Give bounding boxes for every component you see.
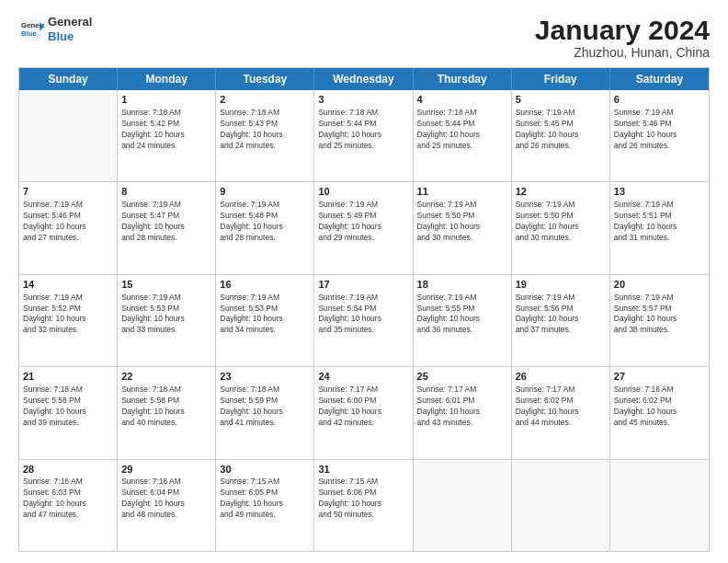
cell-info: Sunrise: 7:19 AMSunset: 5:52 PMDaylight:… [23, 293, 113, 337]
cell-info: Sunrise: 7:18 AMSunset: 5:58 PMDaylight:… [23, 385, 113, 429]
cell-info: Sunrise: 7:15 AMSunset: 6:05 PMDaylight:… [220, 477, 310, 521]
day-number: 28 [23, 463, 113, 477]
day-number: 13 [614, 185, 705, 199]
day-cell-empty-4-5 [512, 460, 610, 551]
cell-info: Sunrise: 7:15 AMSunset: 6:06 PMDaylight:… [318, 477, 408, 521]
day-number: 15 [121, 278, 211, 292]
day-cell-4: 4Sunrise: 7:18 AMSunset: 5:44 PMDaylight… [414, 90, 512, 181]
day-number: 29 [121, 463, 211, 477]
day-cell-22: 22Sunrise: 7:18 AMSunset: 5:58 PMDayligh… [118, 367, 216, 458]
cell-info: Sunrise: 7:19 AMSunset: 5:45 PMDaylight:… [516, 108, 606, 152]
day-number: 25 [417, 370, 507, 384]
day-number: 19 [516, 278, 606, 292]
header-day-sunday: Sunday [19, 68, 118, 90]
day-cell-16: 16Sunrise: 7:19 AMSunset: 5:53 PMDayligh… [216, 275, 314, 366]
header: General Blue General Blue January 2024 Z… [18, 15, 710, 60]
day-number: 14 [23, 278, 113, 292]
day-cell-30: 30Sunrise: 7:15 AMSunset: 6:05 PMDayligh… [216, 460, 314, 551]
calendar-row-4: 21Sunrise: 7:18 AMSunset: 5:58 PMDayligh… [19, 367, 709, 459]
day-cell-8: 8Sunrise: 7:19 AMSunset: 5:47 PMDaylight… [118, 182, 216, 273]
logo: General Blue General Blue [18, 15, 92, 43]
day-number: 8 [121, 185, 211, 199]
day-number: 26 [516, 370, 606, 384]
day-number: 31 [318, 463, 408, 477]
day-number: 10 [318, 185, 408, 199]
day-number: 3 [318, 93, 408, 107]
header-day-friday: Friday [512, 68, 610, 90]
day-cell-10: 10Sunrise: 7:19 AMSunset: 5:49 PMDayligh… [314, 182, 413, 273]
day-number: 18 [417, 278, 507, 292]
header-day-thursday: Thursday [414, 68, 512, 90]
day-cell-24: 24Sunrise: 7:17 AMSunset: 6:00 PMDayligh… [314, 367, 413, 458]
logo-text-general: General [48, 15, 92, 29]
day-cell-31: 31Sunrise: 7:15 AMSunset: 6:06 PMDayligh… [314, 460, 413, 551]
header-day-wednesday: Wednesday [314, 68, 413, 90]
logo-icon: General Blue [18, 17, 44, 42]
day-cell-18: 18Sunrise: 7:19 AMSunset: 5:55 PMDayligh… [414, 275, 512, 366]
day-number: 4 [417, 93, 507, 107]
day-number: 24 [318, 370, 408, 384]
day-cell-26: 26Sunrise: 7:17 AMSunset: 6:02 PMDayligh… [512, 367, 610, 458]
cell-info: Sunrise: 7:19 AMSunset: 5:55 PMDaylight:… [417, 293, 507, 337]
day-number: 1 [121, 93, 211, 107]
day-number: 22 [121, 370, 211, 384]
cell-info: Sunrise: 7:19 AMSunset: 5:56 PMDaylight:… [516, 293, 606, 337]
day-cell-15: 15Sunrise: 7:19 AMSunset: 5:53 PMDayligh… [118, 275, 216, 366]
day-cell-6: 6Sunrise: 7:19 AMSunset: 5:46 PMDaylight… [610, 90, 709, 181]
cell-info: Sunrise: 7:18 AMSunset: 5:43 PMDaylight:… [220, 108, 310, 152]
calendar-row-1: 1Sunrise: 7:18 AMSunset: 5:42 PMDaylight… [19, 90, 709, 182]
day-number: 2 [220, 93, 310, 107]
cell-info: Sunrise: 7:18 AMSunset: 5:59 PMDaylight:… [220, 385, 310, 429]
cell-info: Sunrise: 7:18 AMSunset: 5:42 PMDaylight:… [121, 108, 211, 152]
day-number: 17 [318, 278, 408, 292]
cell-info: Sunrise: 7:19 AMSunset: 5:49 PMDaylight:… [318, 200, 408, 244]
cell-info: Sunrise: 7:18 AMSunset: 5:44 PMDaylight:… [318, 108, 408, 152]
cell-info: Sunrise: 7:16 AMSunset: 6:04 PMDaylight:… [121, 477, 211, 521]
header-day-monday: Monday [118, 68, 216, 90]
day-cell-23: 23Sunrise: 7:18 AMSunset: 5:59 PMDayligh… [216, 367, 314, 458]
cell-info: Sunrise: 7:17 AMSunset: 6:00 PMDaylight:… [318, 385, 408, 429]
day-number: 7 [23, 185, 113, 199]
cell-info: Sunrise: 7:19 AMSunset: 5:53 PMDaylight:… [121, 293, 211, 337]
header-day-tuesday: Tuesday [216, 68, 314, 90]
cell-info: Sunrise: 7:18 AMSunset: 5:58 PMDaylight:… [121, 385, 211, 429]
day-cell-11: 11Sunrise: 7:19 AMSunset: 5:50 PMDayligh… [414, 182, 512, 273]
day-cell-empty-4-6 [610, 460, 709, 551]
day-cell-29: 29Sunrise: 7:16 AMSunset: 6:04 PMDayligh… [118, 460, 216, 551]
day-number: 23 [220, 370, 310, 384]
calendar: SundayMondayTuesdayWednesdayThursdayFrid… [18, 67, 710, 552]
day-number: 30 [220, 463, 310, 477]
day-cell-14: 14Sunrise: 7:19 AMSunset: 5:52 PMDayligh… [19, 275, 118, 366]
day-number: 9 [220, 185, 310, 199]
day-cell-3: 3Sunrise: 7:18 AMSunset: 5:44 PMDaylight… [314, 90, 413, 181]
day-cell-2: 2Sunrise: 7:18 AMSunset: 5:43 PMDaylight… [216, 90, 314, 181]
cell-info: Sunrise: 7:16 AMSunset: 6:02 PMDaylight:… [614, 385, 705, 429]
svg-text:Blue: Blue [21, 29, 38, 38]
day-cell-12: 12Sunrise: 7:19 AMSunset: 5:50 PMDayligh… [512, 182, 610, 273]
cell-info: Sunrise: 7:18 AMSunset: 5:44 PMDaylight:… [417, 108, 507, 152]
day-cell-5: 5Sunrise: 7:19 AMSunset: 5:45 PMDaylight… [512, 90, 610, 181]
calendar-row-3: 14Sunrise: 7:19 AMSunset: 5:52 PMDayligh… [19, 275, 709, 367]
day-number: 5 [516, 93, 606, 107]
page: General Blue General Blue January 2024 Z… [0, 0, 728, 563]
title-block: January 2024 Zhuzhou, Hunan, China [535, 15, 710, 60]
day-number: 20 [614, 278, 705, 292]
cell-info: Sunrise: 7:19 AMSunset: 5:47 PMDaylight:… [121, 200, 211, 244]
calendar-header: SundayMondayTuesdayWednesdayThursdayFrid… [19, 68, 709, 90]
cell-info: Sunrise: 7:19 AMSunset: 5:46 PMDaylight:… [614, 108, 705, 152]
day-cell-13: 13Sunrise: 7:19 AMSunset: 5:51 PMDayligh… [610, 182, 709, 273]
header-day-saturday: Saturday [610, 68, 709, 90]
cell-info: Sunrise: 7:16 AMSunset: 6:03 PMDaylight:… [23, 477, 113, 521]
sub-title: Zhuzhou, Hunan, China [535, 45, 710, 60]
cell-info: Sunrise: 7:19 AMSunset: 5:48 PMDaylight:… [220, 200, 310, 244]
day-number: 16 [220, 278, 310, 292]
day-cell-27: 27Sunrise: 7:16 AMSunset: 6:02 PMDayligh… [610, 367, 709, 458]
day-cell-28: 28Sunrise: 7:16 AMSunset: 6:03 PMDayligh… [19, 460, 118, 551]
day-cell-9: 9Sunrise: 7:19 AMSunset: 5:48 PMDaylight… [216, 182, 314, 273]
day-cell-17: 17Sunrise: 7:19 AMSunset: 5:54 PMDayligh… [314, 275, 413, 366]
cell-info: Sunrise: 7:17 AMSunset: 6:01 PMDaylight:… [417, 385, 507, 429]
calendar-row-5: 28Sunrise: 7:16 AMSunset: 6:03 PMDayligh… [19, 460, 709, 551]
day-number: 27 [614, 370, 705, 384]
day-cell-7: 7Sunrise: 7:19 AMSunset: 5:46 PMDaylight… [19, 182, 118, 273]
cell-info: Sunrise: 7:19 AMSunset: 5:57 PMDaylight:… [614, 293, 705, 337]
